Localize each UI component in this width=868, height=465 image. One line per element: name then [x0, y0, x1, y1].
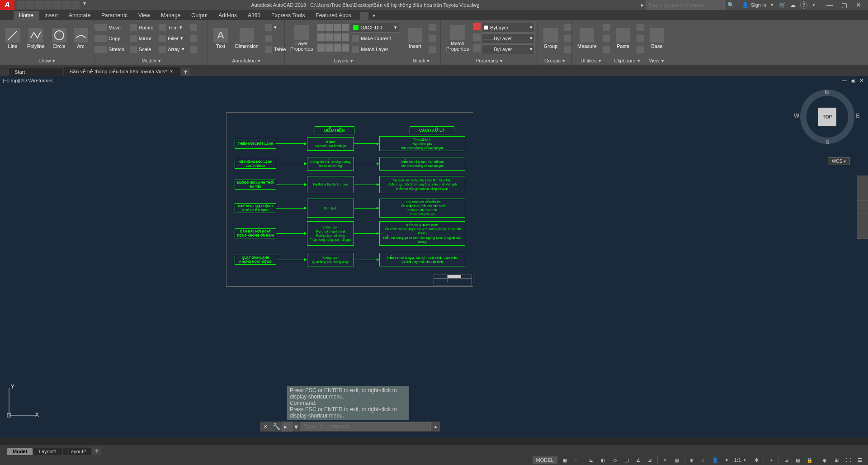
tab-a360[interactable]: A360: [242, 11, 266, 20]
view-cube[interactable]: TOP N E S W: [800, 90, 854, 144]
lineweight-icon[interactable]: [473, 33, 481, 41]
layer-tool1-icon[interactable]: [317, 33, 325, 41]
linetype-icon[interactable]: [473, 44, 481, 52]
line-button[interactable]: Line: [3, 27, 23, 50]
qat-saveas-icon[interactable]: [44, 1, 52, 9]
array-button[interactable]: Array ▾: [157, 44, 186, 54]
annotation-scale-value[interactable]: 1:1: [734, 457, 741, 463]
copy-button[interactable]: Copy: [98, 33, 126, 43]
measure-button[interactable]: Measure: [575, 27, 599, 50]
otrack-icon[interactable]: ⊿: [646, 456, 655, 464]
polyline-button[interactable]: Polyline: [24, 27, 47, 50]
help-dropdown-icon[interactable]: ▼: [807, 3, 820, 7]
block-extra1-button[interactable]: [427, 23, 438, 33]
model-tab[interactable]: Model: [7, 448, 33, 455]
lock-ui-icon[interactable]: 🔒: [805, 456, 814, 464]
panel-view-title[interactable]: View ▾: [644, 57, 669, 65]
tab-parametric[interactable]: Parametric: [96, 11, 133, 20]
pan-icon[interactable]: [857, 188, 868, 201]
arc-button[interactable]: Arc: [71, 27, 91, 50]
color-icon[interactable]: [473, 23, 481, 30]
panel-utilities-title[interactable]: Utilities ▾: [572, 57, 610, 65]
qat-new-icon[interactable]: [17, 1, 25, 9]
cleanscreen-icon[interactable]: ⛶: [844, 456, 853, 464]
snap-icon[interactable]: ∷: [572, 456, 581, 464]
qat-save-icon[interactable]: [35, 1, 43, 9]
cmd-prompt-icon[interactable]: ▸_: [282, 422, 292, 432]
steering-wheel-icon[interactable]: [857, 176, 868, 188]
qat-undo-icon[interactable]: [62, 1, 71, 9]
annotation-scale-icon[interactable]: ⟐: [699, 456, 708, 464]
scale-button[interactable]: Scale: [128, 44, 155, 54]
tab-output[interactable]: Output: [186, 11, 213, 20]
annotation-monitor-icon[interactable]: +: [767, 456, 776, 464]
rotate-button[interactable]: Rotate: [128, 23, 155, 33]
command-input[interactable]: [300, 422, 431, 431]
nav-east[interactable]: E: [856, 112, 860, 119]
customize-icon[interactable]: ☰: [855, 456, 864, 464]
a360-icon[interactable]: ☁: [789, 1, 797, 9]
cmd-recent-icon[interactable]: ▲: [431, 424, 440, 429]
exchange-icon[interactable]: 🛒: [778, 1, 786, 9]
nav-west[interactable]: W: [794, 112, 799, 119]
file-tab[interactable]: Bản vẽ hệ thống điều hòa trên Toyota Vio…: [64, 67, 180, 76]
plot-icon[interactable]: [342, 24, 349, 31]
layer-tool5-icon[interactable]: [317, 44, 325, 52]
3dosnap-icon[interactable]: ∠: [634, 456, 643, 464]
drawing-canvas[interactable]: TOP N E S W WCS ▾ BIỂU HIỆN CÁCH XỬ LÝ T…: [0, 85, 868, 438]
annotation-visibility-icon[interactable]: 👤: [711, 456, 720, 464]
close-button[interactable]: ✕: [854, 2, 863, 8]
lineweight-toggle-icon[interactable]: ≡: [660, 456, 670, 464]
move-button[interactable]: Move: [98, 23, 126, 33]
modify-extra1-button[interactable]: [188, 23, 199, 33]
close-tab-icon[interactable]: ×: [170, 68, 173, 75]
vp-minimize-icon[interactable]: —: [841, 77, 848, 84]
help-search-input[interactable]: [646, 0, 725, 9]
ortho-icon[interactable]: ⊾: [587, 456, 596, 464]
search-icon[interactable]: 🔍: [727, 1, 735, 9]
vp-maximize-icon[interactable]: ▣: [849, 77, 857, 84]
sun-icon[interactable]: [326, 24, 333, 31]
hardware-accel-icon[interactable]: ⊞: [832, 456, 841, 464]
osnap-icon[interactable]: ▢: [622, 456, 631, 464]
new-layout-button[interactable]: +: [92, 447, 101, 455]
tab-insert[interactable]: Insert: [39, 11, 63, 20]
ribbon-minimize-icon[interactable]: ▼: [368, 12, 380, 20]
stretch-button[interactable]: Stretch: [98, 44, 126, 54]
qat-open-icon[interactable]: [26, 1, 34, 9]
maximize-button[interactable]: ▢: [840, 2, 848, 8]
app-logo[interactable]: A: [0, 0, 14, 10]
dimension-button[interactable]: Dimension: [232, 27, 261, 50]
base-view-button[interactable]: Base: [647, 27, 667, 50]
cycling-icon[interactable]: ⊕: [687, 456, 696, 464]
lightbulb-icon[interactable]: [317, 24, 325, 31]
tab-home[interactable]: Home: [14, 11, 39, 20]
minimize-button[interactable]: ―: [826, 2, 834, 8]
lineweight-selector[interactable]: —— ByLayer▾: [481, 33, 535, 43]
panel-annotation-title[interactable]: Annotation ▾: [208, 57, 284, 65]
paste-button[interactable]: Paste: [613, 27, 633, 50]
tab-manage[interactable]: Manage: [156, 11, 186, 20]
polar-icon[interactable]: ◐: [599, 456, 608, 464]
nav-south[interactable]: S: [826, 139, 830, 146]
new-tab-button[interactable]: +: [181, 68, 190, 76]
color-selector[interactable]: ByLayer▾: [481, 23, 535, 33]
tab-annotate[interactable]: Annotate: [63, 11, 96, 20]
insert-block-button[interactable]: Insert: [405, 27, 425, 50]
start-tab[interactable]: Start: [9, 68, 63, 76]
viewport-label[interactable]: [−][Top][2D Wireframe]: [3, 78, 52, 83]
signin-link[interactable]: Sign In: [751, 2, 766, 8]
qat-redo-icon[interactable]: [71, 1, 80, 9]
autoscale-icon[interactable]: ✦: [722, 456, 731, 464]
tab-express-tools[interactable]: Express Tools: [266, 11, 310, 20]
panel-layers-title[interactable]: Layers ▾: [285, 57, 402, 65]
panel-modify-title[interactable]: Modify ▾: [95, 57, 208, 65]
layer-tool3-icon[interactable]: [334, 33, 341, 41]
cmd-config-icon[interactable]: 🔧: [271, 422, 282, 432]
workspace-icon[interactable]: ❋: [752, 456, 761, 464]
panel-clipboard-title[interactable]: Clipboard ▾: [610, 57, 644, 65]
lock-icon[interactable]: [334, 24, 341, 31]
fillet-button[interactable]: Fillet ▾: [157, 33, 186, 43]
trim-button[interactable]: Trim ▾: [157, 23, 186, 33]
modify-extra3-button[interactable]: [188, 44, 199, 54]
